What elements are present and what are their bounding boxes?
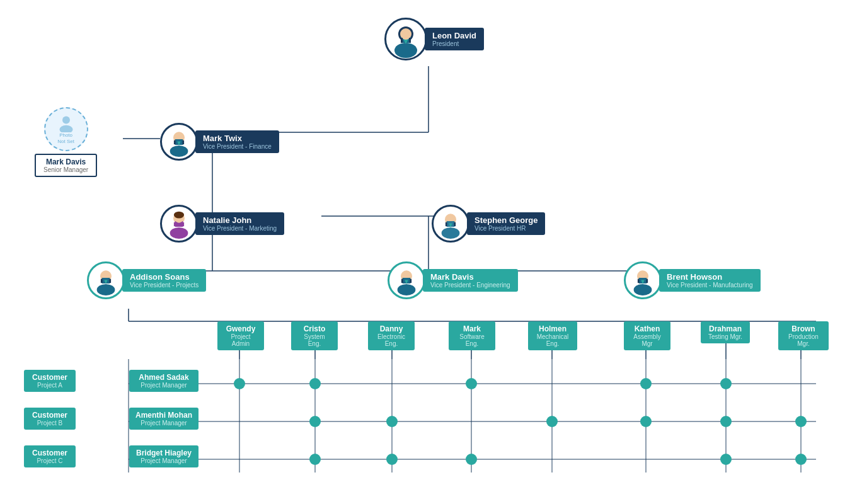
- customer-c: Customer Project C: [24, 445, 76, 467]
- svg-rect-56: [182, 222, 184, 226]
- vp-finance-node: Mark Twix Vice President - Finance: [160, 123, 279, 161]
- dot-ahmed-kathen: [640, 378, 652, 389]
- org-chart: PhotoNot Set Mark Davis Senior Manager L…: [0, 0, 857, 504]
- svg-point-45: [170, 145, 188, 156]
- dot-ahmed-drahman: [720, 378, 732, 389]
- svg-rect-62: [454, 222, 456, 226]
- svg-rect-79: [638, 278, 640, 282]
- col-gwendy: Gwendy Project Admin: [217, 321, 264, 350]
- ahmed-sadak: Ahmed Sadak Project Manager: [129, 370, 198, 392]
- svg-rect-48: [174, 140, 176, 144]
- svg-point-51: [170, 227, 188, 238]
- svg-point-64: [97, 284, 115, 295]
- dot-bridget-danny: [386, 454, 398, 465]
- svg-point-33: [62, 117, 70, 124]
- dot-ahmed-cristo: [309, 378, 321, 389]
- vp-manufacturing-avatar: [624, 261, 662, 299]
- vp-engineering-node: Mark Davis Vice President - Engineering: [388, 261, 518, 299]
- col-mark: Mark Software Eng.: [449, 321, 495, 350]
- dot-amenthi-kathen: [640, 416, 652, 427]
- svg-rect-74: [410, 278, 411, 282]
- svg-point-36: [394, 43, 417, 58]
- svg-point-34: [59, 125, 72, 132]
- col-danny: Danny Electronic Eng.: [368, 321, 415, 350]
- svg-rect-67: [101, 278, 103, 282]
- vp-marketing-node: Natalie John Vice President - Marketing: [160, 205, 284, 243]
- svg-point-76: [634, 284, 652, 295]
- col-kathen: Kathen Assembly Mgr: [624, 321, 670, 350]
- photo-not-set-info: Mark Davis Senior Manager: [35, 154, 97, 177]
- svg-rect-73: [401, 278, 403, 282]
- vp-manufacturing-label: Brent Howson Vice President - Manufactur…: [659, 269, 761, 292]
- dot-ahmed-mark: [466, 378, 477, 389]
- dot-bridget-brown: [795, 454, 807, 465]
- photo-not-set-label: PhotoNot Set: [57, 132, 74, 144]
- col-brown: Brown Production Mgr.: [778, 321, 829, 350]
- dot-amenthi-brown: [795, 416, 807, 427]
- photo-not-set-title: Senior Manager: [43, 166, 88, 173]
- svg-rect-55: [174, 222, 176, 226]
- vp-projects-label: Addison Soans Vice President - Projects: [122, 269, 206, 292]
- dot-bridget-cristo: [309, 454, 321, 465]
- dot-amenthi-cristo: [309, 416, 321, 427]
- svg-rect-80: [646, 278, 648, 282]
- vp-projects-node: Addison Soans Vice President - Projects: [87, 261, 206, 299]
- vp-hr-label: Stephen George Vice President HR: [467, 212, 545, 235]
- dot-amenthi-holmen: [546, 416, 558, 427]
- dot-amenthi-drahman: [720, 416, 732, 427]
- svg-point-54: [174, 211, 184, 218]
- svg-rect-44: [176, 135, 183, 139]
- photo-not-set-node: PhotoNot Set Mark Davis Senior Manager: [35, 107, 97, 177]
- president-node: Leon David President: [384, 18, 484, 60]
- amenthi-mohan: Amenthi Mohan Project Manager: [129, 408, 198, 430]
- vp-marketing-label: Natalie John Vice President - Marketing: [195, 212, 284, 235]
- vp-projects-avatar: [87, 261, 125, 299]
- dot-bridget-drahman: [720, 454, 732, 465]
- svg-rect-40: [402, 32, 410, 37]
- connector-lines: [0, 0, 857, 504]
- dot-ahmed-gwendy: [234, 378, 245, 389]
- customer-a: Customer Project A: [24, 370, 76, 392]
- svg-rect-61: [446, 222, 447, 226]
- vp-hr-avatar: [432, 205, 469, 243]
- col-cristo: Cristo System Eng.: [291, 321, 338, 350]
- customer-b: Customer Project B: [24, 408, 76, 430]
- photo-not-set-circle: PhotoNot Set: [44, 107, 88, 151]
- vp-hr-node: Stephen George Vice President HR: [432, 205, 545, 243]
- vp-finance-avatar: [160, 123, 198, 161]
- svg-rect-49: [182, 140, 184, 144]
- svg-rect-68: [109, 278, 111, 282]
- vp-engineering-avatar: [388, 261, 425, 299]
- photo-not-set-name: Mark Davis: [43, 158, 88, 166]
- col-holmen: Holmen Mechanical Eng.: [528, 321, 577, 350]
- dot-bridget-mark: [466, 454, 477, 465]
- svg-rect-41: [401, 38, 403, 43]
- vp-finance-label: Mark Twix Vice President - Finance: [195, 130, 279, 153]
- president-avatar: [384, 18, 427, 60]
- svg-point-70: [398, 284, 416, 295]
- svg-point-58: [442, 227, 460, 238]
- vp-engineering-label: Mark Davis Vice President - Engineering: [423, 269, 518, 292]
- vp-marketing-avatar: [160, 205, 198, 243]
- president-label: Leon David President: [425, 28, 484, 50]
- col-drahman: Drahman Testing Mgr.: [701, 321, 750, 343]
- svg-rect-42: [409, 38, 411, 43]
- dot-amenthi-danny: [386, 416, 398, 427]
- bridget-hiagley: Bridget Hiagley Project Manager: [129, 445, 198, 467]
- vp-manufacturing-node: Brent Howson Vice President - Manufactur…: [624, 261, 761, 299]
